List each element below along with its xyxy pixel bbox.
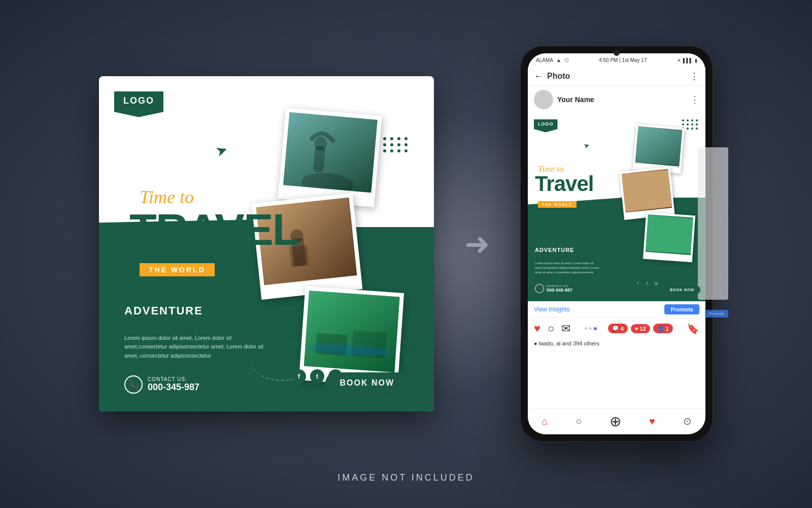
phone-wrapper: ALAMA ▲ ⬡ 4:50 PM | 1st May 17 ☀ ▌▌▌ ▮ ←… bbox=[520, 46, 713, 442]
back-arrow-icon[interactable]: ← bbox=[534, 71, 543, 82]
mini-twitter-icon: t bbox=[644, 280, 651, 287]
dot-inactive-1 bbox=[585, 327, 587, 330]
wifi-icon: ▲ bbox=[556, 57, 561, 63]
svg-rect-14 bbox=[622, 170, 672, 211]
travel-text: Travel bbox=[129, 207, 298, 252]
arrow-container: ➜ bbox=[464, 226, 490, 262]
mini-contact-section: 📞 CONTACT US: 000-345-987 bbox=[535, 284, 572, 293]
polaroid-3-image bbox=[304, 290, 400, 372]
svg-rect-15 bbox=[646, 215, 693, 253]
status-left: ALAMA ▲ ⬡ bbox=[536, 57, 569, 63]
insights-row: View Insights Promote bbox=[528, 301, 705, 318]
comment-badge: 💬 4 bbox=[608, 324, 628, 333]
adventure-body: Lorem ipsum dolor sit amet, Lorem dolor … bbox=[124, 334, 272, 361]
mini-contact-number: 000-345-987 bbox=[547, 288, 572, 293]
mini-polaroid-2 bbox=[619, 167, 674, 220]
facebook-icon: f bbox=[292, 369, 306, 384]
contact-info: CONTACT US: 000-345-987 bbox=[148, 376, 199, 393]
comment-badge-icon: 💬 bbox=[612, 325, 619, 332]
time-to-text: Time to bbox=[140, 188, 194, 206]
mini-adventure-body: Lorem ipsum dolor sit amet, Lorem dolor … bbox=[535, 261, 606, 275]
status-time: 4:50 PM | 1st May 17 bbox=[599, 57, 647, 63]
contact-number: 000-345-987 bbox=[148, 382, 199, 393]
mini-photo-stack bbox=[617, 123, 703, 266]
nav-bar: ← Photo ⋮ bbox=[528, 68, 705, 86]
heart-nav-icon[interactable]: ♥ bbox=[649, 416, 655, 427]
mini-adventure-title: ADVENTURE bbox=[535, 247, 574, 253]
avatar bbox=[534, 90, 553, 109]
phone-icon: 📞 bbox=[124, 375, 143, 394]
home-nav-icon[interactable]: ⌂ bbox=[542, 416, 548, 427]
battery-icon: ▮ bbox=[695, 58, 697, 63]
polaroid-1-image bbox=[283, 112, 378, 193]
signal-icon: ⬡ bbox=[564, 57, 569, 63]
mini-contact-info: CONTACT US: 000-345-987 bbox=[547, 284, 572, 293]
contact-section: 📞 CONTACT US: 000-345-987 bbox=[124, 375, 199, 394]
polaroid-1 bbox=[278, 108, 382, 207]
comment-icon[interactable]: ○ bbox=[548, 322, 554, 335]
contact-label: CONTACT US: bbox=[148, 376, 199, 382]
main-container: LOGO ➤ bbox=[0, 25, 812, 462]
partial-promote-button: Promote bbox=[705, 310, 728, 318]
dot-indicator bbox=[585, 327, 597, 330]
profile-menu-icon[interactable]: ⋮ bbox=[690, 94, 699, 105]
svg-rect-8 bbox=[304, 291, 400, 372]
bookmark-icon[interactable]: 🔖 bbox=[687, 323, 699, 335]
likes-text: ● lwaito, al and 394 others bbox=[528, 339, 705, 348]
view-insights-link[interactable]: View Insights bbox=[534, 306, 569, 313]
mini-polaroid-3 bbox=[643, 212, 695, 262]
signal-bars-icon: ▌▌▌ bbox=[683, 58, 693, 63]
mini-polaroid-1-image bbox=[635, 126, 682, 166]
add-nav-icon[interactable]: ⊕ bbox=[610, 413, 621, 430]
mini-book-now-button[interactable]: BOOK NOW bbox=[664, 285, 700, 294]
mini-the-world: THE WORLD bbox=[538, 201, 577, 208]
follow-count: 1 bbox=[666, 326, 669, 332]
mini-polaroid-2-image bbox=[622, 169, 672, 212]
dot-active bbox=[594, 327, 597, 330]
mini-polaroid-3-image bbox=[646, 214, 693, 255]
nav-title: Photo bbox=[547, 72, 570, 81]
mini-contact-label: CONTACT US: bbox=[547, 284, 572, 288]
share-icon[interactable]: ✉ bbox=[561, 322, 570, 335]
mini-flyer: LOGO ➤ bbox=[528, 113, 705, 301]
book-now-button[interactable]: BOOK NOW bbox=[325, 372, 409, 394]
mini-instagram-icon: ◎ bbox=[653, 280, 660, 287]
left-flyer: LOGO ➤ bbox=[99, 76, 434, 411]
mini-travel: Travel bbox=[535, 172, 593, 196]
profile-name: Your Name bbox=[557, 96, 594, 104]
search-nav-icon[interactable]: ○ bbox=[576, 416, 582, 427]
the-world-badge: THE WORLD bbox=[140, 263, 215, 276]
mini-phone-icon: 📞 bbox=[535, 284, 544, 293]
like-badge: ♥ 12 bbox=[631, 324, 650, 333]
comment-count: 4 bbox=[621, 326, 624, 332]
status-right: ☀ ▌▌▌ ▮ bbox=[677, 58, 697, 63]
right-arrow-icon: ➜ bbox=[464, 226, 490, 262]
adventure-title: ADVENTURE bbox=[124, 304, 203, 318]
follow-badge-icon: 👤 bbox=[657, 325, 664, 332]
like-badge-icon: ♥ bbox=[635, 326, 638, 332]
profile-row: Your Name ⋮ bbox=[528, 86, 705, 113]
like-icon[interactable]: ♥ bbox=[534, 322, 540, 335]
carrier-text: ALAMA bbox=[536, 57, 553, 63]
profile-nav-icon[interactable]: ⊙ bbox=[683, 415, 692, 427]
notification-badges: 💬 4 ♥ 12 👤 1 bbox=[608, 324, 673, 333]
like-count: 12 bbox=[639, 326, 646, 332]
bottom-nav: ⌂ ○ ⊕ ♥ ⊙ bbox=[528, 408, 705, 434]
mini-facebook-icon: f bbox=[634, 280, 641, 287]
camera-notch bbox=[614, 50, 620, 56]
brightness-icon: ☀ bbox=[677, 58, 681, 63]
twitter-icon: t bbox=[310, 369, 324, 384]
phone-screen: ALAMA ▲ ⬡ 4:50 PM | 1st May 17 ☀ ▌▌▌ ▮ ←… bbox=[528, 53, 705, 434]
bottom-label: IMAGE NOT INCLUDED bbox=[337, 472, 475, 483]
dot-inactive-2 bbox=[589, 327, 592, 330]
mini-logo: LOGO bbox=[534, 119, 558, 133]
action-bar: ♥ ○ ✉ 💬 4 ♥ bbox=[528, 318, 705, 339]
phone-device: ALAMA ▲ ⬡ 4:50 PM | 1st May 17 ☀ ▌▌▌ ▮ ←… bbox=[520, 46, 713, 442]
svg-rect-13 bbox=[635, 127, 683, 165]
mini-social-icons: f t ◎ bbox=[634, 280, 660, 287]
flyer-logo: LOGO bbox=[114, 91, 163, 117]
mini-polaroid-1 bbox=[632, 124, 684, 174]
nav-menu-icon[interactable]: ⋮ bbox=[690, 71, 699, 82]
promote-button[interactable]: Promote bbox=[664, 304, 699, 314]
follow-badge: 👤 1 bbox=[653, 324, 673, 333]
